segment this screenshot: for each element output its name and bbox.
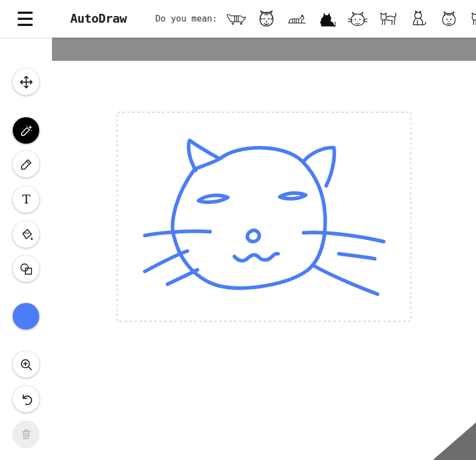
suggestion-cat-standing[interactable] <box>407 7 430 31</box>
cat-silhouette-icon <box>319 9 336 29</box>
select-tool-button[interactable] <box>13 69 39 95</box>
type-tool-button[interactable]: T <box>13 186 39 213</box>
cat-icon <box>469 11 476 28</box>
undo-tool-button[interactable] <box>13 386 39 412</box>
pen-icon <box>19 158 33 171</box>
fill-icon <box>19 228 33 242</box>
menu-button[interactable] <box>16 9 35 28</box>
cat-standing-icon <box>410 10 428 28</box>
magic-pen-icon <box>19 124 33 138</box>
app-title: AutoDraw <box>70 12 127 25</box>
cat-face-icon <box>347 11 369 27</box>
move-icon <box>19 75 33 89</box>
undo-icon <box>19 393 33 406</box>
drawing-canvas[interactable] <box>52 61 476 460</box>
suggestion-cat-walking[interactable] <box>377 7 399 31</box>
suggestion-tiger-face[interactable] <box>255 7 278 31</box>
hamburger-icon <box>18 12 33 14</box>
suggestion-tiger[interactable] <box>225 7 247 31</box>
trash-icon <box>19 427 33 441</box>
delete-tool-button[interactable] <box>13 421 39 447</box>
autodraw-tool-button[interactable] <box>13 117 39 144</box>
suggestion-cat-head[interactable] <box>438 7 460 31</box>
suggestion-cat-silhouette[interactable] <box>316 7 338 31</box>
tiger-icon <box>225 12 247 26</box>
svg-text:T: T <box>22 193 30 206</box>
tiger-cub-icon <box>286 12 308 26</box>
suggestion-label: Do you mean: <box>155 14 217 24</box>
draw-tool-button[interactable] <box>13 151 39 177</box>
tiger-face-icon <box>258 10 275 28</box>
shape-tool-button[interactable] <box>13 255 39 282</box>
tool-sidebar: T <box>0 38 52 460</box>
cat-walking-icon <box>378 11 399 28</box>
suggestion-cat-face[interactable] <box>347 7 369 31</box>
cat-head-icon <box>440 11 458 28</box>
suggestion-tiger-cub[interactable] <box>286 7 308 31</box>
fill-tool-button[interactable] <box>13 221 39 248</box>
zoom-icon <box>19 358 33 372</box>
zoom-tool-button[interactable] <box>13 351 39 378</box>
suggestion-cat[interactable] <box>468 7 476 31</box>
top-bar: AutoDraw Do you mean: <box>0 0 476 38</box>
text-icon: T <box>19 193 33 207</box>
color-tool-button[interactable] <box>13 303 39 330</box>
shapes-icon <box>19 262 33 276</box>
suggestion-list <box>225 0 476 38</box>
